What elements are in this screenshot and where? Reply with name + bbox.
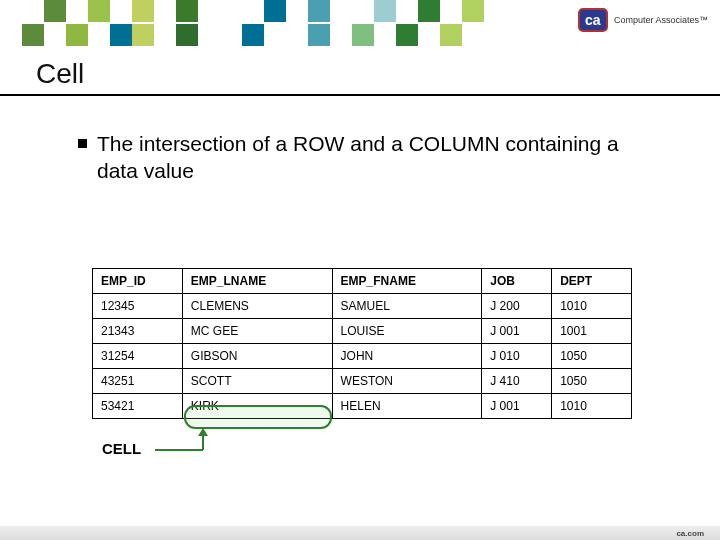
decor-square — [0, 0, 22, 22]
table-header-row: EMP_ID EMP_LNAME EMP_FNAME JOB DEPT — [93, 269, 632, 294]
company-name: Computer Associates™ — [614, 15, 708, 25]
decor-square — [132, 24, 154, 46]
decor-square — [88, 24, 110, 46]
decor-square — [22, 0, 44, 22]
table-cell: GIBSON — [182, 344, 332, 369]
decor-square — [220, 0, 242, 22]
decor-square — [44, 24, 66, 46]
table-cell: CLEMENS — [182, 294, 332, 319]
decor-square — [264, 0, 286, 22]
decor-square — [0, 24, 22, 46]
table-cell: 31254 — [93, 344, 183, 369]
table-cell: JOHN — [332, 344, 482, 369]
decor-square — [330, 0, 352, 22]
th-dept: DEPT — [552, 269, 632, 294]
decor-square — [462, 0, 484, 22]
table-cell: 1010 — [552, 394, 632, 419]
company-logo-block: Computer Associates™ — [578, 8, 708, 32]
decor-square — [132, 0, 154, 22]
th-emp-fname: EMP_FNAME — [332, 269, 482, 294]
decor-square — [286, 0, 308, 22]
bullet-text: The intersection of a ROW and a COLUMN c… — [97, 130, 638, 185]
decor-square — [66, 0, 88, 22]
table-cell: 1050 — [552, 344, 632, 369]
table-row: 21343MC GEELOUISEJ 0011001 — [93, 319, 632, 344]
employee-table: EMP_ID EMP_LNAME EMP_FNAME JOB DEPT 1234… — [92, 268, 632, 419]
decor-square — [154, 0, 176, 22]
table-cell: 1001 — [552, 319, 632, 344]
decor-square — [154, 24, 176, 46]
table-cell: J 001 — [482, 394, 552, 419]
decor-square — [440, 0, 462, 22]
decor-square — [264, 24, 286, 46]
decor-square — [330, 24, 352, 46]
decor-square — [418, 0, 440, 22]
decor-square — [176, 24, 198, 46]
decor-square — [110, 0, 132, 22]
svg-marker-2 — [198, 428, 208, 436]
decor-square — [396, 0, 418, 22]
bullet-block: The intersection of a ROW and a COLUMN c… — [78, 130, 638, 185]
decor-square — [528, 0, 550, 22]
table-cell: HELEN — [332, 394, 482, 419]
th-emp-id: EMP_ID — [93, 269, 183, 294]
decor-square — [484, 0, 506, 22]
decor-square — [110, 24, 132, 46]
decor-square — [506, 0, 528, 22]
decor-square — [198, 0, 220, 22]
table-cell: LOUISE — [332, 319, 482, 344]
table-cell: 1010 — [552, 294, 632, 319]
table-cell: SCOTT — [182, 369, 332, 394]
table-cell: 1050 — [552, 369, 632, 394]
table-cell: 12345 — [93, 294, 183, 319]
table-row: 53421KIRKHELENJ 0011010 — [93, 394, 632, 419]
table-cell: J 410 — [482, 369, 552, 394]
decor-square — [418, 24, 440, 46]
table-row: 12345CLEMENSSAMUELJ 2001010 — [93, 294, 632, 319]
decor-square — [44, 0, 66, 22]
table-cell: KIRK — [182, 394, 332, 419]
cell-arrow-icon — [155, 428, 215, 452]
table-cell: 43251 — [93, 369, 183, 394]
table-cell: MC GEE — [182, 319, 332, 344]
decor-square — [66, 24, 88, 46]
decor-square — [484, 24, 506, 46]
title-underline — [0, 94, 720, 96]
decor-square — [462, 24, 484, 46]
th-job: JOB — [482, 269, 552, 294]
table-cell: 53421 — [93, 394, 183, 419]
decor-square — [242, 24, 264, 46]
decor-square — [396, 24, 418, 46]
decor-square — [550, 0, 572, 22]
decor-square — [308, 24, 330, 46]
decor-square — [352, 24, 374, 46]
decor-square — [374, 0, 396, 22]
table-cell: SAMUEL — [332, 294, 482, 319]
decor-square — [198, 24, 220, 46]
table-cell: 21343 — [93, 319, 183, 344]
decor-square — [352, 0, 374, 22]
ca-logo-icon — [578, 8, 608, 32]
cell-label: CELL — [102, 440, 141, 457]
table-cell: WESTON — [332, 369, 482, 394]
decor-square — [22, 24, 44, 46]
table-cell: J 001 — [482, 319, 552, 344]
decor-square — [308, 0, 330, 22]
decor-square — [440, 24, 462, 46]
table-row: 43251SCOTTWESTONJ 4101050 — [93, 369, 632, 394]
decor-square — [286, 24, 308, 46]
decor-square — [374, 24, 396, 46]
footer-url: ca.com — [676, 529, 704, 538]
decor-square — [220, 24, 242, 46]
decor-square — [88, 0, 110, 22]
footer-bar: ca.com — [0, 526, 720, 540]
table-cell: J 010 — [482, 344, 552, 369]
page-title: Cell — [36, 58, 84, 90]
decor-square — [506, 24, 528, 46]
th-emp-lname: EMP_LNAME — [182, 269, 332, 294]
decor-square — [242, 0, 264, 22]
decor-square — [528, 24, 550, 46]
decor-square — [550, 24, 572, 46]
decor-square — [176, 0, 198, 22]
bullet-square-icon — [78, 139, 87, 148]
